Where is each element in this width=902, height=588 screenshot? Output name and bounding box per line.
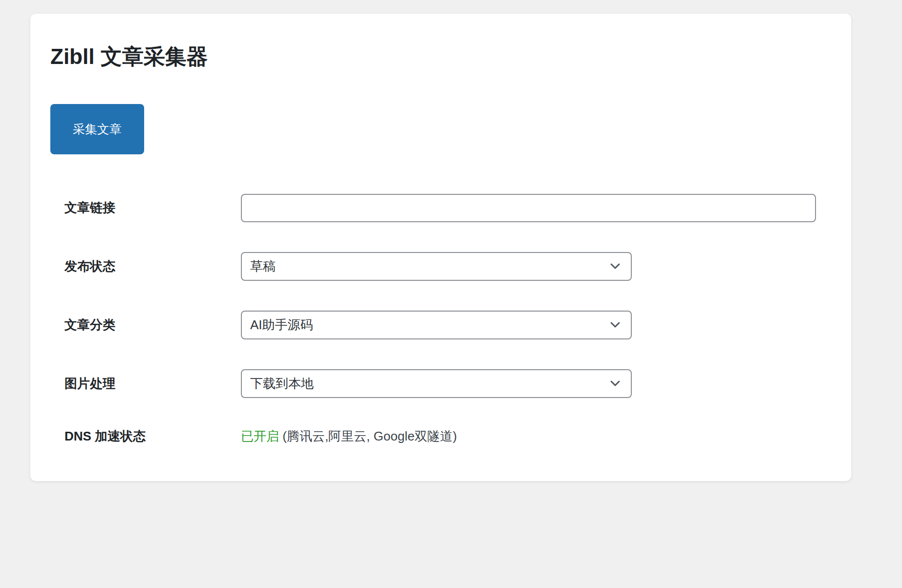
chevron-down-icon bbox=[607, 317, 623, 333]
chevron-down-icon bbox=[607, 376, 623, 391]
form-row-category: 文章分类 AI助手源码 bbox=[30, 311, 851, 339]
dns-status-label: DNS 加速状态 bbox=[64, 428, 241, 445]
image-handling-label: 图片处理 bbox=[64, 375, 241, 392]
collect-article-button[interactable]: 采集文章 bbox=[50, 104, 144, 154]
image-handling-selected-value: 下载到本地 bbox=[250, 375, 314, 392]
form-row-publish-status: 发布状态 草稿 bbox=[30, 252, 851, 281]
collector-form: 文章链接 发布状态 草稿 文章分类 AI助手源码 图片处理 bbox=[30, 194, 851, 445]
article-link-input[interactable] bbox=[241, 194, 816, 222]
form-row-article-link: 文章链接 bbox=[30, 194, 851, 222]
form-row-image-handling: 图片处理 下载到本地 bbox=[30, 369, 851, 398]
dns-status-line: 已开启 (腾讯云,阿里云, Google双隧道) bbox=[241, 428, 457, 445]
admin-page-background: { "page": { "title": "Zibll 文章采集器", "bac… bbox=[0, 0, 902, 588]
category-selected-value: AI助手源码 bbox=[250, 316, 313, 334]
dns-status-detail: (腾讯云,阿里云, Google双隧道) bbox=[279, 429, 457, 443]
publish-status-label: 发布状态 bbox=[64, 258, 241, 275]
collector-card: Zibll 文章采集器 采集文章 文章链接 发布状态 草稿 文章分类 AI助手源… bbox=[30, 14, 851, 481]
chevron-down-icon bbox=[607, 258, 623, 274]
image-handling-select[interactable]: 下载到本地 bbox=[241, 369, 632, 398]
dns-status-value: 已开启 bbox=[241, 429, 279, 443]
form-row-dns-status: DNS 加速状态 已开启 (腾讯云,阿里云, Google双隧道) bbox=[30, 428, 851, 445]
page-title: Zibll 文章采集器 bbox=[30, 14, 851, 70]
category-select[interactable]: AI助手源码 bbox=[241, 311, 632, 339]
article-link-label: 文章链接 bbox=[64, 199, 241, 216]
category-label: 文章分类 bbox=[64, 316, 241, 334]
publish-status-select[interactable]: 草稿 bbox=[241, 252, 632, 281]
publish-status-selected-value: 草稿 bbox=[250, 258, 276, 275]
